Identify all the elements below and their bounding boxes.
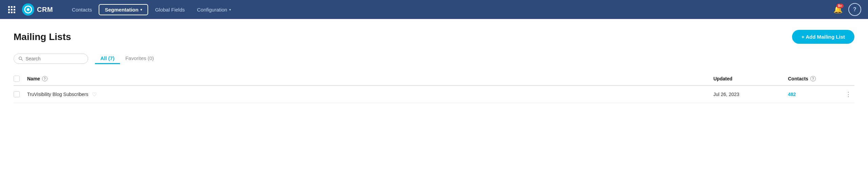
filter-tabs: All (7) Favorites (0) [95,53,159,64]
nav-segmentation[interactable]: Segmentation ▾ [99,4,148,15]
page-header: Mailing Lists + Add Mailing List [14,30,854,44]
nav-links: Contacts Segmentation ▾ Global Fields Co… [66,4,831,15]
search-input[interactable] [25,56,83,61]
row-updated-cell: Jul 26, 2023 [713,92,788,97]
row-checkbox-cell [14,91,27,97]
table-header: Name ? Updated Contacts ? [14,72,854,86]
th-name: Name ? [27,76,713,81]
tab-all[interactable]: All (7) [95,53,120,64]
svg-point-2 [27,8,29,11]
logo-icon [22,3,34,16]
tab-favorites[interactable]: Favorites (0) [120,53,159,64]
app-logo[interactable]: CRM [22,3,53,16]
search-box[interactable] [14,54,88,64]
table-row: TruVisibility Blog Subscribers ♡ Jul 26,… [14,86,854,103]
row-name-cell: TruVisibility Blog Subscribers ♡ [27,91,713,98]
navbar: CRM Contacts Segmentation ▾ Global Field… [0,0,868,19]
th-updated: Updated [713,76,788,81]
search-icon [19,56,23,61]
row-name-text: TruVisibility Blog Subscribers [27,92,88,97]
header-checkbox-cell [14,76,27,82]
segmentation-chevron-icon: ▾ [140,8,142,12]
help-button[interactable]: ? [848,3,861,16]
name-help-icon[interactable]: ? [42,76,47,81]
row-contacts-cell[interactable]: 482 [788,92,842,97]
notification-badge: 9+ [836,4,844,8]
add-mailing-list-button[interactable]: + Add Mailing List [792,30,854,44]
nav-right: 🔔 9+ ? [831,3,861,16]
main-content: Mailing Lists + Add Mailing List All (7)… [0,19,868,192]
favorite-heart-icon[interactable]: ♡ [92,91,97,98]
contacts-help-icon[interactable]: ? [810,76,816,81]
nav-global-fields[interactable]: Global Fields [150,5,190,15]
nav-configuration[interactable]: Configuration ▾ [192,5,236,15]
select-all-checkbox[interactable] [14,76,20,82]
apps-grid-icon[interactable] [7,5,17,15]
filters-row: All (7) Favorites (0) [14,53,854,64]
nav-contacts[interactable]: Contacts [66,5,97,15]
row-more-button[interactable]: ⋮ [842,91,854,98]
th-contacts: Contacts ? [788,76,842,81]
notification-bell[interactable]: 🔔 9+ [831,3,844,16]
logo-text: CRM [37,6,53,14]
table: Name ? Updated Contacts ? TruVisibility … [14,72,854,103]
row-checkbox[interactable] [14,91,20,97]
page-title: Mailing Lists [14,32,71,42]
svg-line-4 [21,59,23,61]
configuration-chevron-icon: ▾ [229,8,231,12]
